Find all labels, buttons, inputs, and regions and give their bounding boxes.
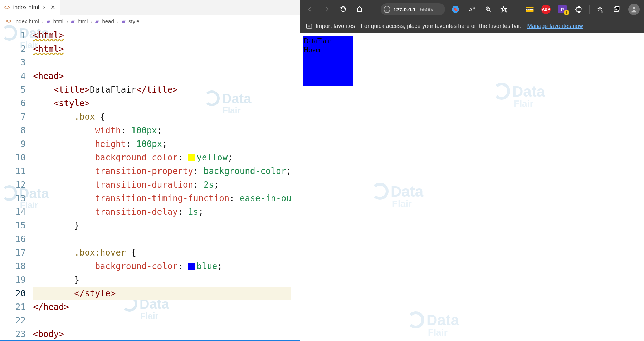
wallet-button[interactable]: 💳 bbox=[523, 3, 536, 15]
person-icon bbox=[630, 6, 638, 13]
zoom-button[interactable] bbox=[482, 3, 494, 15]
tag-icon: 🔖 bbox=[452, 6, 459, 13]
tab-modified-count: 3 bbox=[43, 5, 46, 10]
pdf-button[interactable]: P! bbox=[556, 3, 569, 15]
code-line[interactable]: .box { bbox=[33, 110, 291, 124]
extensions-button[interactable] bbox=[573, 3, 585, 15]
line-number: 18 bbox=[0, 260, 26, 273]
code-line[interactable] bbox=[33, 314, 291, 327]
collections-button[interactable] bbox=[610, 3, 623, 15]
code-line[interactable] bbox=[33, 232, 291, 246]
line-number: 6 bbox=[0, 97, 26, 110]
pdf-icon: P! bbox=[558, 5, 567, 13]
manage-favorites-link[interactable]: Manage favorites now bbox=[527, 23, 583, 29]
import-favorites-button[interactable]: Import favorites bbox=[306, 23, 355, 30]
profile-avatar[interactable] bbox=[628, 4, 640, 15]
preview-text-line1: DataFlair bbox=[303, 36, 353, 45]
warning-icon: ! bbox=[564, 10, 569, 15]
line-number: 15 bbox=[0, 219, 26, 232]
address-tail: ... bbox=[436, 6, 441, 13]
symbol-icon: ▰ bbox=[47, 18, 50, 24]
code-line[interactable]: background-color: blue; bbox=[33, 260, 291, 273]
abp-button[interactable]: ABP bbox=[540, 3, 552, 15]
line-number: 5 bbox=[0, 83, 26, 97]
browser-toolbar: i 127.0.0.1:5500/... 🔖 A)) + 💳 ABP bbox=[300, 0, 644, 19]
tab-bar: <> index.html 3 ✕ bbox=[0, 0, 300, 15]
editor-code-area[interactable]: 1234567891011121314151617181920212223 <h… bbox=[0, 27, 300, 337]
address-host: 127.0.0.1 bbox=[393, 6, 416, 13]
watermark: DataFlair bbox=[407, 312, 459, 338]
code-line[interactable]: <html> bbox=[33, 42, 291, 56]
address-bar[interactable]: i 127.0.0.1:5500/... bbox=[381, 3, 445, 15]
forward-button[interactable] bbox=[321, 3, 333, 15]
breadcrumb-item[interactable]: html bbox=[53, 18, 63, 24]
arrow-right-icon bbox=[323, 6, 330, 13]
favorites-hint: For quick access, place your favorites h… bbox=[361, 23, 521, 29]
code-line[interactable]: transition-duration: 2s; bbox=[33, 178, 291, 192]
close-icon[interactable]: ✕ bbox=[50, 4, 55, 11]
line-number: 22 bbox=[0, 314, 26, 327]
chevron-right-icon: › bbox=[42, 18, 44, 24]
breadcrumb-item[interactable]: head bbox=[102, 18, 114, 24]
chevron-right-icon: › bbox=[117, 18, 119, 24]
line-number: 9 bbox=[0, 137, 26, 151]
preview-box[interactable]: DataFlair Hover bbox=[303, 36, 353, 86]
favorite-button[interactable]: + bbox=[499, 3, 511, 15]
wallet-icon: 💳 bbox=[525, 5, 534, 14]
breadcrumb-item[interactable]: html bbox=[78, 18, 88, 24]
code-line[interactable]: <html> bbox=[33, 29, 291, 42]
line-number: 17 bbox=[0, 246, 26, 260]
preview-text-line2: Hover bbox=[303, 45, 353, 54]
line-number: 10 bbox=[0, 151, 26, 164]
back-button[interactable] bbox=[304, 3, 316, 15]
puzzle-icon bbox=[575, 6, 582, 13]
code-line[interactable] bbox=[33, 56, 291, 69]
toolbar-separator bbox=[589, 5, 590, 14]
breadcrumb-file[interactable]: index.html bbox=[14, 18, 39, 24]
editor-pane: DataFlairDataFlairDataFlairDataFlair <> … bbox=[0, 0, 300, 341]
symbol-icon: ▰ bbox=[122, 18, 126, 24]
line-number: 23 bbox=[0, 327, 26, 341]
info-icon: i bbox=[384, 6, 390, 13]
chevron-right-icon: › bbox=[91, 18, 92, 24]
favorites-bar-button[interactable] bbox=[594, 3, 606, 15]
refresh-button[interactable] bbox=[337, 3, 349, 15]
tab-filename: index.html bbox=[13, 4, 39, 11]
home-button[interactable] bbox=[353, 3, 366, 15]
import-favorites-label: Import favorites bbox=[316, 23, 355, 29]
code-line[interactable]: </style> bbox=[33, 287, 291, 300]
code-content[interactable]: <html><html> <head> <title>DataFlair</ti… bbox=[33, 27, 291, 337]
code-line[interactable]: <title>DataFlair</title> bbox=[33, 83, 291, 97]
code-line[interactable]: transition-timing-function: ease-in-ou bbox=[33, 192, 291, 205]
line-number: 13 bbox=[0, 192, 26, 205]
code-line[interactable]: background-color: yellow; bbox=[33, 151, 291, 164]
breadcrumb-item[interactable]: style bbox=[128, 18, 140, 24]
zoom-icon bbox=[485, 6, 492, 13]
line-number: 11 bbox=[0, 164, 26, 178]
line-number: 20 bbox=[0, 287, 26, 300]
read-aloud-icon: A)) bbox=[469, 6, 475, 13]
line-number: 3 bbox=[0, 56, 26, 69]
editor-tab[interactable]: <> index.html 3 ✕ bbox=[0, 0, 60, 15]
html-file-icon: <> bbox=[4, 4, 10, 11]
code-line[interactable]: <head> bbox=[33, 69, 291, 83]
code-line[interactable]: .box:hover { bbox=[33, 246, 291, 260]
code-line[interactable]: width: 100px; bbox=[33, 124, 291, 137]
code-line[interactable]: } bbox=[33, 273, 291, 287]
browser-viewport: DataFlairDataFlairDataFlair DataFlair Ho… bbox=[300, 33, 644, 341]
code-line[interactable]: <style> bbox=[33, 97, 291, 110]
read-aloud-button[interactable]: A)) bbox=[466, 3, 478, 15]
code-line[interactable]: <body> bbox=[33, 327, 291, 341]
star-list-icon bbox=[596, 6, 604, 13]
code-line[interactable]: height: 100px; bbox=[33, 137, 291, 151]
code-line[interactable]: transition-delay: 1s; bbox=[33, 205, 291, 219]
code-line[interactable]: transition-property: background-color; bbox=[33, 164, 291, 178]
chevron-right-icon: › bbox=[66, 18, 68, 24]
code-line[interactable]: </head> bbox=[33, 300, 291, 314]
shopping-tag-button[interactable]: 🔖 bbox=[449, 3, 462, 15]
code-line[interactable]: } bbox=[33, 219, 291, 232]
browser-pane: i 127.0.0.1:5500/... 🔖 A)) + 💳 ABP bbox=[300, 0, 644, 341]
breadcrumb: <> index.html › ▰ html › ▰ html › ▰ head… bbox=[0, 15, 300, 27]
collections-icon bbox=[613, 6, 620, 13]
svg-point-2 bbox=[633, 7, 635, 9]
